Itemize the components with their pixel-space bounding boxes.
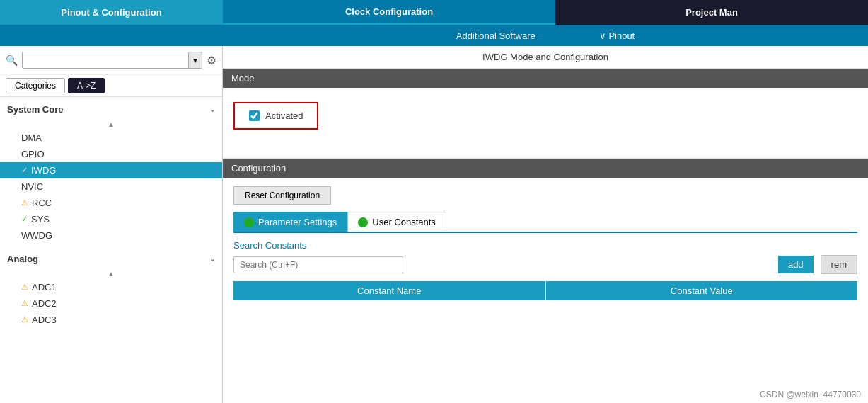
top-navigation: Pinout & Configuration Clock Configurati… — [0, 0, 868, 25]
nav-clock-label: Clock Configuration — [345, 6, 433, 17]
config-section: Reset Configuration Parameter Settings U… — [223, 178, 868, 403]
section-system-core-label: System Core — [7, 104, 63, 115]
sidebar-item-dma-label: DMA — [21, 132, 42, 143]
sidebar-item-rcc[interactable]: ⚠ RCC — [0, 195, 222, 211]
table-header-constant-name: Constant Name — [233, 281, 546, 300]
sidebar-item-gpio[interactable]: GPIO — [0, 146, 222, 162]
section-system-core-header[interactable]: System Core ⌄ — [0, 100, 222, 119]
tab-user-constants-icon — [358, 217, 368, 227]
sub-nav-right: Additional Software Pinout — [223, 30, 868, 41]
sidebar-item-nvic-label: NVIC — [21, 181, 43, 192]
search-input[interactable] — [23, 54, 188, 67]
section-analog-label: Analog — [7, 254, 38, 264]
config-tabs: Parameter Settings User Constants — [233, 212, 857, 233]
table-header-constant-value: Constant Value — [546, 281, 858, 300]
sidebar-item-adc1-label: ADC1 — [32, 282, 57, 293]
mode-section-header: Mode — [223, 69, 868, 88]
remove-button[interactable]: rem — [821, 255, 857, 274]
collapse-arrow-analog: ▲ — [0, 268, 222, 279]
activated-checkbox[interactable] — [249, 110, 260, 121]
warning-icon-adc1: ⚠ — [21, 283, 28, 292]
tab-parameter-settings[interactable]: Parameter Settings — [233, 212, 347, 232]
chevron-down-icon: ⌄ — [209, 106, 215, 113]
sidebar-item-adc3[interactable]: ⚠ ADC3 — [0, 312, 222, 328]
main-layout: 🔍 ▼ ⚙ Categories A->Z System Core ⌄ ▲ DM… — [0, 46, 868, 403]
content-title: IWDG Mode and Configuration — [223, 46, 868, 69]
sidebar-item-dma[interactable]: DMA — [0, 130, 222, 146]
search-constants-row: add rem — [233, 255, 857, 274]
sidebar-item-gpio-label: GPIO — [21, 149, 45, 159]
tab-user-constants[interactable]: User Constants — [347, 212, 446, 232]
collapse-arrow: ▲ — [0, 119, 222, 130]
sidebar: 🔍 ▼ ⚙ Categories A->Z System Core ⌄ ▲ DM… — [0, 46, 223, 403]
main-content: IWDG Mode and Configuration Mode Activat… — [223, 46, 868, 403]
section-analog-header[interactable]: Analog ⌄ — [0, 249, 222, 268]
category-tabs: Categories A->Z — [0, 75, 222, 97]
sidebar-item-adc3-label: ADC3 — [32, 314, 57, 325]
sub-nav-additional-software[interactable]: Additional Software — [446, 30, 546, 41]
search-dropdown-button[interactable]: ▼ — [188, 52, 202, 68]
chevron-down-icon-analog: ⌄ — [209, 255, 215, 263]
warning-icon-adc3: ⚠ — [21, 315, 28, 324]
sidebar-item-wwdg[interactable]: WWDG — [0, 227, 222, 244]
sidebar-item-adc2-label: ADC2 — [32, 298, 57, 309]
warning-icon: ⚠ — [21, 198, 28, 208]
gear-icon[interactable]: ⚙ — [207, 54, 216, 67]
reset-configuration-button[interactable]: Reset Configuration — [233, 186, 331, 205]
section-analog: Analog ⌄ ▲ ⚠ ADC1 ⚠ ADC2 ⚠ ADC3 — [0, 246, 222, 331]
activated-label: Activated — [265, 110, 303, 121]
watermark: CSDN @weixin_44770030 — [760, 390, 861, 399]
sidebar-item-adc2[interactable]: ⚠ ADC2 — [0, 295, 222, 312]
nav-clock[interactable]: Clock Configuration — [223, 0, 555, 25]
check-icon: ✓ — [21, 166, 28, 175]
sidebar-item-sys-label: SYS — [31, 214, 50, 225]
nav-project[interactable]: Project Man — [555, 0, 868, 25]
sidebar-item-wwdg-label: WWDG — [21, 230, 52, 241]
nav-project-label: Project Man — [685, 7, 738, 18]
search-constants-label: Search Constants — [233, 240, 857, 251]
nav-pinout-label: Pinout & Configuration — [61, 7, 161, 18]
check-icon-sys: ✓ — [21, 215, 28, 224]
sidebar-item-iwdg[interactable]: ✓ IWDG — [0, 162, 222, 178]
sidebar-item-adc1[interactable]: ⚠ ADC1 — [0, 279, 222, 295]
sidebar-item-rcc-label: RCC — [32, 198, 52, 208]
sidebar-item-nvic[interactable]: NVIC — [0, 178, 222, 195]
sub-navigation: Additional Software Pinout — [0, 25, 868, 46]
tab-parameter-label: Parameter Settings — [258, 217, 337, 227]
nav-pinout[interactable]: Pinout & Configuration — [0, 0, 223, 25]
mode-section: Activated — [223, 88, 868, 159]
search-icon: 🔍 — [6, 55, 18, 66]
table-header: Constant Name Constant Value — [233, 281, 857, 300]
add-button[interactable]: add — [778, 256, 814, 273]
tab-user-constants-label: User Constants — [372, 217, 436, 227]
search-constants-input[interactable] — [233, 256, 403, 273]
tab-a-z[interactable]: A->Z — [68, 78, 105, 93]
warning-icon-adc2: ⚠ — [21, 299, 28, 308]
search-bar: 🔍 ▼ ⚙ — [0, 46, 222, 75]
sub-nav-pinout[interactable]: Pinout — [589, 30, 646, 41]
tab-parameter-icon — [244, 217, 254, 227]
tab-categories[interactable]: Categories — [6, 78, 65, 93]
sidebar-item-sys[interactable]: ✓ SYS — [0, 211, 222, 227]
search-input-wrapper: ▼ — [22, 52, 202, 69]
activated-box: Activated — [233, 102, 318, 130]
section-system-core: System Core ⌄ ▲ DMA GPIO ✓ IWDG NVIC ⚠ R… — [0, 97, 222, 246]
config-section-header: Configuration — [223, 159, 868, 178]
sidebar-item-iwdg-label: IWDG — [31, 165, 56, 176]
